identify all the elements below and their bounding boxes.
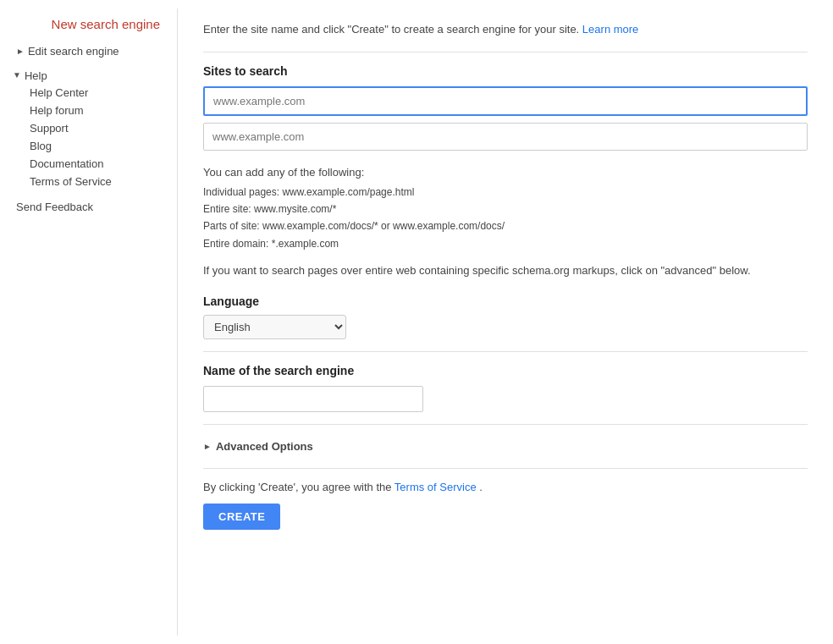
divider-advanced: [203, 468, 808, 469]
add-examples-label: You can add any of the following:: [203, 166, 808, 179]
chevron-right-icon-advanced: ►: [203, 442, 212, 451]
sites-section-title: Sites to search: [203, 64, 808, 78]
advanced-options-section[interactable]: ► Advanced Options: [203, 437, 808, 456]
example-item-3: Entire domain: *.example.com: [203, 235, 808, 252]
divider-top: [203, 52, 808, 52]
sidebar-title[interactable]: New search engine: [13, 17, 168, 31]
tos-link[interactable]: Terms of Service: [394, 481, 477, 493]
sidebar-item-help-forum[interactable]: Help forum: [30, 102, 168, 119]
language-label: Language: [203, 294, 808, 308]
sidebar-section-help[interactable]: Help: [25, 66, 47, 84]
create-button[interactable]: CREATE: [203, 504, 280, 530]
name-label: Name of the search engine: [203, 364, 808, 377]
sidebar-item-terms-of-service[interactable]: Terms of Service: [30, 173, 168, 190]
sidebar-item-support[interactable]: Support: [30, 119, 168, 137]
name-input[interactable]: [203, 386, 423, 412]
example-item-0: Individual pages: www.example.com/page.h…: [203, 184, 808, 201]
sidebar-item-send-feedback[interactable]: Send Feedback: [13, 197, 168, 217]
sidebar: New search engine ► Edit search engine ▼…: [0, 8, 178, 636]
sidebar-item-label: Edit search engine: [28, 45, 119, 58]
language-select[interactable]: English Spanish French German Chinese (S…: [203, 315, 346, 339]
sites-input-2[interactable]: [203, 123, 808, 151]
sidebar-help-children: Help Center Help forum Support Blog Docu…: [13, 84, 168, 190]
example-list: Individual pages: www.example.com/page.h…: [203, 184, 808, 253]
sites-input-1[interactable]: [203, 86, 808, 116]
chevron-right-icon: ►: [16, 47, 25, 56]
language-section: Language English Spanish French German C…: [203, 294, 808, 339]
main-content: Enter the site name and click "Create" t…: [178, 8, 833, 636]
name-section: Name of the search engine: [203, 364, 808, 412]
sidebar-item-help-center[interactable]: Help Center: [30, 84, 168, 102]
advanced-note-text: If you want to search pages over entire …: [203, 262, 808, 279]
tos-line: By clicking 'Create', you agree with the…: [203, 481, 808, 493]
example-item-1: Entire site: www.mysite.com/*: [203, 201, 808, 217]
sidebar-item-edit-search-engine[interactable]: ► Edit search engine: [13, 41, 168, 61]
advanced-label: Advanced Options: [216, 440, 313, 453]
divider-language: [203, 351, 808, 352]
sidebar-item-documentation[interactable]: Documentation: [30, 155, 168, 173]
example-item-2: Parts of site: www.example.com/docs/* or…: [203, 217, 808, 234]
chevron-down-icon: ▼: [13, 70, 21, 80]
main-intro-text: Enter the site name and click "Create" t…: [203, 21, 808, 38]
divider-name: [203, 424, 808, 425]
sidebar-item-blog[interactable]: Blog: [30, 137, 168, 155]
learn-more-link[interactable]: Learn more: [582, 23, 638, 36]
